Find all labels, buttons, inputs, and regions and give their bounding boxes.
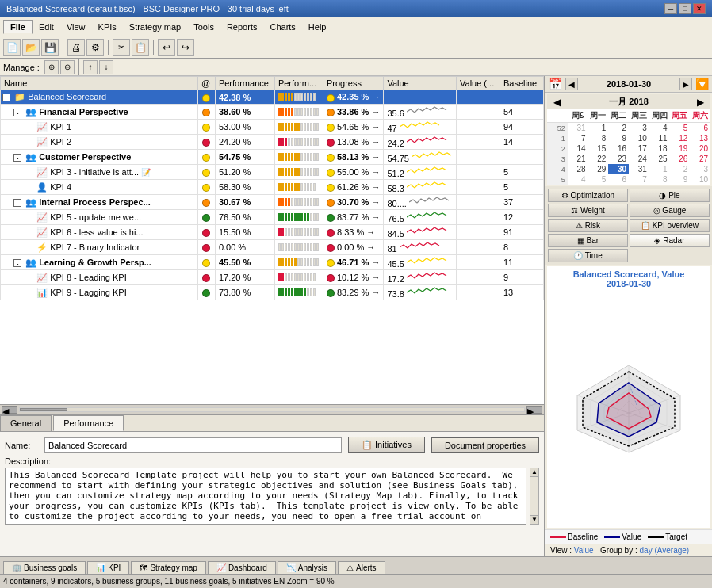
expand-button[interactable]: - bbox=[13, 259, 21, 267]
calendar-day[interactable]: 2 bbox=[608, 123, 629, 134]
chart-tab-time[interactable]: 🕐 Time bbox=[548, 249, 628, 262]
chart-tab-bar[interactable]: ▦ Bar bbox=[548, 234, 628, 247]
calendar-day[interactable]: 12 bbox=[670, 133, 691, 143]
nav-tab-analysis[interactable]: 📉 Analysis bbox=[278, 561, 336, 574]
name-input[interactable] bbox=[44, 437, 342, 453]
close-button[interactable]: ✕ bbox=[693, 3, 706, 14]
calendar-day[interactable]: 6 bbox=[608, 174, 629, 185]
kpi-table[interactable]: Name @ Performance Perform... Progress V… bbox=[0, 76, 544, 404]
table-row[interactable]: ⚡ KPI 7 - Binary Indicator 0.00 % 0.00 %… bbox=[1, 240, 544, 255]
calendar-day[interactable]: 5 bbox=[670, 123, 691, 134]
chart-tab-risk[interactable]: ⚠ Risk bbox=[548, 219, 628, 232]
calendar-day[interactable]: 1 bbox=[588, 123, 609, 134]
nav-tab-dashboard[interactable]: 📈 Dashboard bbox=[208, 561, 276, 574]
calendar-day[interactable]: 10 bbox=[629, 133, 649, 143]
chart-tab-radar[interactable]: ◈ Radar bbox=[630, 234, 710, 247]
calendar-day[interactable]: 15 bbox=[588, 143, 609, 154]
scroll-track[interactable] bbox=[19, 407, 525, 412]
desc-scroll-up[interactable]: ▲ bbox=[530, 468, 539, 477]
calendar-day[interactable]: 31 bbox=[568, 123, 588, 134]
toolbar-new[interactable]: 📄 bbox=[3, 39, 21, 56]
table-row[interactable]: 📈 KPI 1 53.00 % 54.65 % → 47 94 bbox=[1, 120, 544, 135]
calendar-day[interactable]: 7 bbox=[568, 133, 588, 143]
scroll-thumb[interactable] bbox=[20, 408, 67, 411]
calendar-day[interactable]: 16 bbox=[608, 143, 629, 154]
table-row[interactable]: 📊 KPI 9 - Lagging KPI 73.80 % 83.29 % → … bbox=[1, 285, 544, 300]
calendar-day[interactable]: 29 bbox=[588, 164, 609, 174]
calendar-day[interactable]: 6 bbox=[690, 123, 710, 134]
horizontal-scrollbar[interactable]: ◀ ▶ bbox=[0, 404, 544, 414]
menu-tools[interactable]: Tools bbox=[187, 21, 220, 33]
document-properties-button[interactable]: Document properties bbox=[431, 437, 539, 453]
calendar-day[interactable]: 31 bbox=[629, 164, 649, 174]
table-row[interactable]: 📈 KPI 2 24.20 % 13.08 % → 24.2 14 bbox=[1, 135, 544, 150]
menu-view[interactable]: View bbox=[60, 21, 92, 33]
calendar-day[interactable]: 19 bbox=[670, 143, 691, 154]
prev-date-button[interactable]: ◀ bbox=[565, 78, 578, 90]
calendar-day[interactable]: 26 bbox=[670, 154, 691, 164]
col-name[interactable]: Name bbox=[1, 77, 198, 90]
toolbar-settings[interactable]: ⚙ bbox=[86, 39, 104, 56]
calendar-day[interactable]: 3 bbox=[690, 164, 710, 174]
col-value[interactable]: Value bbox=[384, 77, 457, 90]
calendar-day[interactable]: 17 bbox=[629, 143, 649, 154]
toolbar-open[interactable]: 📂 bbox=[22, 39, 40, 56]
table-row[interactable]: - 👥 Financial Perspective 38.60 % 33.86 … bbox=[1, 105, 544, 120]
scroll-right[interactable]: ▶ bbox=[526, 406, 542, 414]
table-row[interactable]: 📈 KPI 5 - update me we... 76.50 % 83.77 … bbox=[1, 210, 544, 225]
table-row[interactable]: 📈 KPI 3 - initiative is att... 📝 51.20 %… bbox=[1, 165, 544, 180]
menu-strategy-map[interactable]: Strategy map bbox=[123, 21, 187, 33]
expand-button[interactable]: - bbox=[13, 154, 21, 162]
maximize-button[interactable]: □ bbox=[679, 3, 691, 14]
manage-btn1[interactable]: ⊕ bbox=[44, 60, 59, 74]
toolbar-copy[interactable]: 📋 bbox=[132, 39, 149, 56]
menu-help[interactable]: Help bbox=[302, 21, 333, 33]
desc-scroll-down[interactable]: ▼ bbox=[530, 515, 539, 525]
calendar-day[interactable]: 13 bbox=[690, 133, 710, 143]
nav-tab-kpi[interactable]: 📊 KPI bbox=[87, 561, 129, 574]
calendar-day[interactable]: 2 bbox=[670, 164, 691, 174]
tab-performance[interactable]: Performance bbox=[53, 415, 124, 431]
menu-reports[interactable]: Reports bbox=[220, 21, 264, 33]
manage-btn2[interactable]: ⊖ bbox=[60, 60, 75, 74]
group-link[interactable]: day (Average) bbox=[640, 546, 690, 555]
chart-tab-optimization[interactable]: ⚙ Optimization bbox=[548, 189, 628, 202]
calendar-day[interactable]: 11 bbox=[649, 133, 670, 143]
calendar-day[interactable]: 9 bbox=[608, 133, 629, 143]
col-value2[interactable]: Value (... bbox=[457, 77, 500, 90]
window-controls[interactable]: ─ □ ✕ bbox=[664, 3, 706, 14]
toolbar-redo[interactable]: ↪ bbox=[177, 39, 194, 56]
calendar-day[interactable]: 21 bbox=[568, 154, 588, 164]
menu-file[interactable]: File bbox=[3, 20, 33, 34]
manage-btn4[interactable]: ↓ bbox=[99, 60, 113, 74]
calendar-day[interactable]: 30 bbox=[608, 164, 629, 174]
table-row[interactable]: - 👥 Customer Perspective 54.75 % 58.13 %… bbox=[1, 150, 544, 165]
chart-tab-pie[interactable]: ◑ Pie bbox=[630, 189, 710, 202]
cal-prev-button[interactable]: ◀ bbox=[550, 97, 564, 108]
toolbar-print[interactable]: 🖨 bbox=[67, 39, 85, 56]
table-row[interactable]: 📈 KPI 8 - Leading KPI 17.20 % 10.12 % → … bbox=[1, 270, 544, 285]
chart-tab-weight[interactable]: ⚖ Weight bbox=[548, 204, 628, 217]
manage-btn3[interactable]: ↑ bbox=[83, 60, 98, 74]
table-row[interactable]: 📈 KPI 6 - less value is hi... 15.50 % 8.… bbox=[1, 225, 544, 240]
menu-edit[interactable]: Edit bbox=[33, 21, 60, 33]
toolbar-cut[interactable]: ✂ bbox=[113, 39, 130, 56]
col-progress[interactable]: Progress bbox=[323, 77, 384, 90]
calendar-day[interactable]: 4 bbox=[568, 174, 588, 185]
calendar-day[interactable]: 22 bbox=[588, 154, 609, 164]
calendar-day[interactable]: 14 bbox=[568, 143, 588, 154]
chart-tab-kpi-overview[interactable]: 📋 KPI overview bbox=[630, 219, 710, 232]
table-row[interactable]: - 👥 Internal Process Perspec... 30.67 % … bbox=[1, 195, 544, 210]
nav-tab-alerts[interactable]: ⚠ Alerts bbox=[338, 561, 385, 574]
col-baseline[interactable]: Baseline bbox=[500, 77, 544, 90]
minimize-button[interactable]: ─ bbox=[664, 3, 677, 14]
nav-tab-strategy-map[interactable]: 🗺 Strategy map bbox=[131, 561, 205, 574]
expand-button[interactable]: - bbox=[13, 199, 21, 207]
col-perform2[interactable]: Perform... bbox=[274, 77, 323, 90]
table-row[interactable]: - 👥 Learning & Growth Persp... 45.50 % 4… bbox=[1, 255, 544, 270]
next-date-button[interactable]: ▶ bbox=[679, 78, 692, 90]
calendar-day[interactable]: 25 bbox=[649, 154, 670, 164]
cal-next-button[interactable]: ▶ bbox=[694, 97, 707, 108]
toolbar-save[interactable]: 💾 bbox=[41, 39, 59, 56]
expand-button[interactable]: - bbox=[13, 109, 21, 116]
